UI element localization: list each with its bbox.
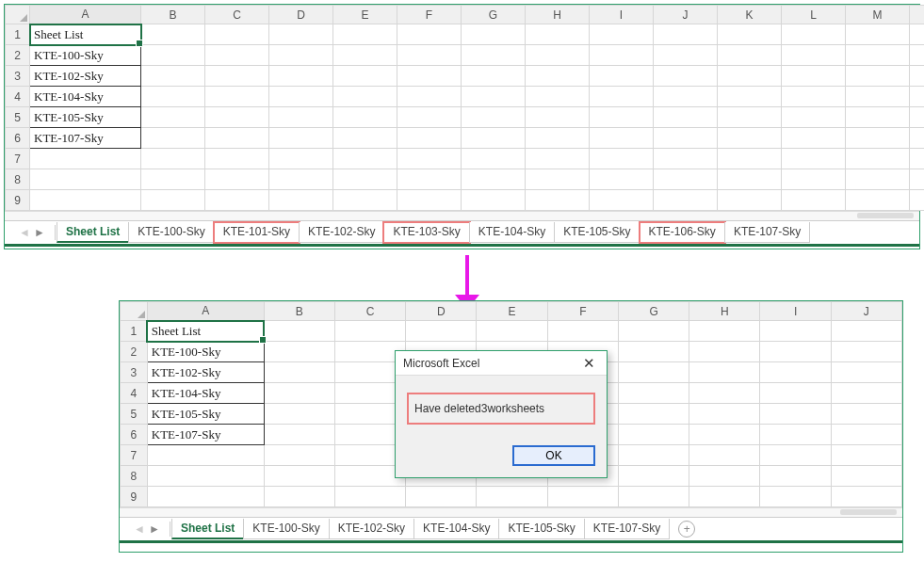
cell[interactable]: [689, 383, 760, 404]
cell[interactable]: [718, 24, 782, 45]
col-header-M[interactable]: M: [846, 6, 910, 24]
cell[interactable]: [141, 45, 205, 66]
cell[interactable]: [760, 362, 831, 383]
cell-A3[interactable]: KTE-102-Sky: [147, 362, 264, 383]
cell[interactable]: [718, 66, 782, 87]
cell[interactable]: [264, 445, 334, 466]
select-all-corner[interactable]: [121, 302, 148, 321]
cell[interactable]: [846, 45, 910, 66]
cell[interactable]: [846, 128, 910, 149]
col-header-B[interactable]: B: [264, 302, 334, 321]
cell[interactable]: [264, 383, 334, 404]
row-header-9[interactable]: 9: [6, 190, 30, 211]
cell[interactable]: [397, 107, 462, 128]
cell[interactable]: [590, 128, 654, 149]
row-header-6[interactable]: 6: [121, 425, 148, 445]
cell[interactable]: [205, 149, 269, 169]
cell[interactable]: [654, 190, 718, 211]
cell[interactable]: [689, 425, 760, 445]
cell[interactable]: [141, 169, 205, 190]
cell[interactable]: [618, 466, 689, 487]
cell[interactable]: [846, 149, 910, 169]
cell[interactable]: [618, 445, 689, 466]
cell[interactable]: [654, 107, 718, 128]
col-header-I[interactable]: I: [590, 6, 654, 24]
cell[interactable]: [689, 445, 760, 466]
cell[interactable]: [782, 169, 846, 190]
cell[interactable]: [590, 149, 654, 169]
cell[interactable]: [462, 169, 526, 190]
cell[interactable]: [462, 66, 526, 87]
cell[interactable]: [462, 87, 526, 107]
cell[interactable]: [333, 66, 397, 87]
cell[interactable]: [618, 487, 689, 507]
cell[interactable]: [264, 404, 334, 425]
cell[interactable]: [718, 107, 782, 128]
select-all-corner[interactable]: [6, 6, 30, 24]
sheet-tab[interactable]: KTE-104-Sky: [469, 222, 555, 243]
cell[interactable]: [526, 66, 590, 87]
col-header-H[interactable]: H: [526, 6, 590, 24]
cell[interactable]: [269, 169, 333, 190]
cell[interactable]: [618, 321, 689, 342]
cell[interactable]: [147, 487, 264, 507]
sheet-tab[interactable]: KTE-104-Sky: [413, 519, 499, 539]
cell[interactable]: [141, 107, 205, 128]
cell[interactable]: [831, 425, 901, 445]
cell-A3[interactable]: KTE-102-Sky: [30, 66, 141, 87]
cell[interactable]: [264, 342, 334, 362]
col-header-G[interactable]: G: [462, 6, 526, 24]
tab-nav-next-icon[interactable]: ►: [33, 226, 46, 239]
col-header-A[interactable]: A: [147, 302, 264, 321]
row-header-2[interactable]: 2: [121, 342, 148, 362]
col-header-L[interactable]: L: [782, 6, 846, 24]
cell[interactable]: [910, 45, 925, 66]
cell[interactable]: [264, 321, 334, 342]
cell[interactable]: [397, 169, 462, 190]
sheet-tab[interactable]: KTE-103-Sky: [383, 222, 469, 243]
cell[interactable]: [760, 466, 831, 487]
cell[interactable]: [141, 87, 205, 107]
cell[interactable]: [846, 87, 910, 107]
cell[interactable]: [205, 24, 269, 45]
cell[interactable]: [397, 149, 462, 169]
cell[interactable]: [333, 24, 397, 45]
cell[interactable]: [831, 445, 901, 466]
row-header-1[interactable]: 1: [121, 321, 148, 342]
cell[interactable]: [397, 190, 462, 211]
cell[interactable]: [782, 190, 846, 211]
cell-A6[interactable]: KTE-107-Sky: [30, 128, 141, 149]
cell[interactable]: [590, 45, 654, 66]
cell[interactable]: [334, 487, 405, 507]
cell[interactable]: [269, 24, 333, 45]
cell[interactable]: [526, 190, 590, 211]
cell[interactable]: [689, 342, 760, 362]
sheet-tab[interactable]: KTE-100-Sky: [243, 519, 329, 539]
cell[interactable]: [477, 321, 547, 342]
row-header-4[interactable]: 4: [6, 87, 30, 107]
cell[interactable]: [782, 24, 846, 45]
sheet-tab[interactable]: KTE-105-Sky: [498, 519, 584, 539]
cell[interactable]: [782, 149, 846, 169]
cell[interactable]: [760, 425, 831, 445]
col-header-C[interactable]: C: [334, 302, 405, 321]
cell[interactable]: [30, 149, 141, 169]
col-header-C[interactable]: C: [205, 6, 269, 24]
cell[interactable]: [590, 87, 654, 107]
cell[interactable]: [689, 404, 760, 425]
col-header-J[interactable]: J: [654, 6, 718, 24]
sheet-tab[interactable]: KTE-106-Sky: [640, 222, 725, 243]
col-header-K[interactable]: K: [718, 6, 782, 24]
cell[interactable]: [269, 66, 333, 87]
sheet-tab[interactable]: Sheet List: [171, 519, 244, 539]
cell-A5[interactable]: KTE-105-Sky: [147, 404, 264, 425]
cell[interactable]: [590, 107, 654, 128]
cell[interactable]: [526, 107, 590, 128]
cell-A4[interactable]: KTE-104-Sky: [147, 383, 264, 404]
cell[interactable]: [590, 24, 654, 45]
sheet-tab[interactable]: KTE-102-Sky: [329, 519, 414, 539]
cell[interactable]: [205, 87, 269, 107]
cell[interactable]: [760, 404, 831, 425]
cell-A1[interactable]: Sheet List: [147, 321, 264, 342]
cell-A2[interactable]: KTE-100-Sky: [147, 342, 264, 362]
